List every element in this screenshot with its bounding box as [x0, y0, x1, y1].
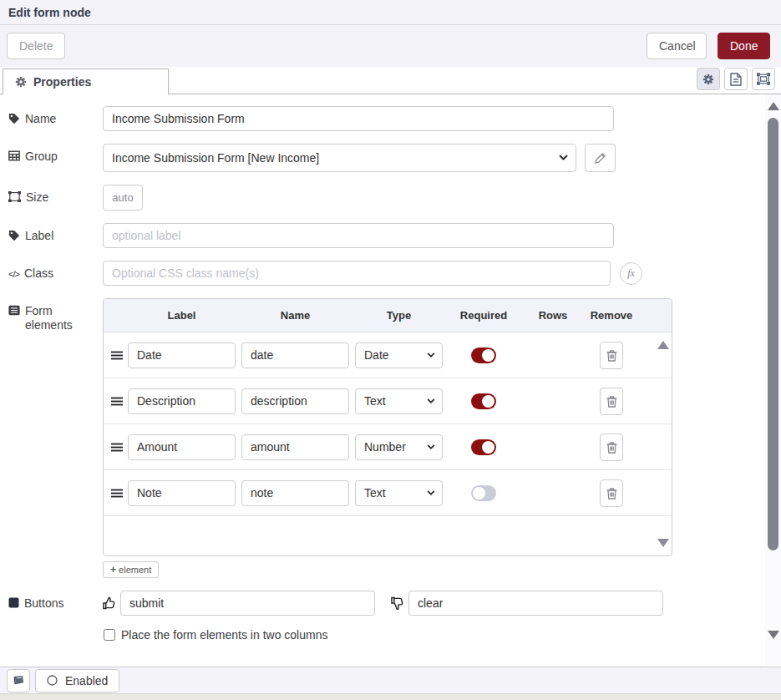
label-input[interactable] [103, 223, 614, 248]
fx-button[interactable]: fx [620, 262, 642, 285]
node-help-button[interactable] [7, 669, 30, 692]
buttons-label: Buttons [8, 591, 103, 616]
properties-panel: Name Group Income Submission Form [New I… [0, 94, 781, 667]
drag-handle-icon[interactable] [111, 397, 128, 406]
toggle-knob [482, 349, 494, 362]
tab-properties[interactable]: Properties [3, 68, 169, 94]
header-remove: Remove [581, 309, 642, 322]
table-scrollbar[interactable] [657, 337, 669, 550]
fx-icon: fx [627, 267, 635, 280]
required-toggle[interactable] [471, 439, 496, 455]
label-row: Label [8, 223, 781, 248]
element-row: Number [104, 424, 672, 470]
group-select[interactable]: Income Submission Form [New Income] [103, 144, 576, 172]
cancel-button[interactable]: Cancel [647, 33, 707, 59]
done-button[interactable]: Done [718, 33, 770, 59]
scrollbar-thumb[interactable] [768, 118, 778, 550]
header-name: Name [241, 309, 349, 322]
element-label-input[interactable] [128, 342, 236, 368]
trash-icon [606, 395, 617, 408]
dialog-action-bar: Delete Cancel Done [0, 25, 781, 67]
class-row: </> Class fx [8, 261, 781, 286]
required-toggle[interactable] [471, 347, 496, 363]
element-type-wrap: Number [355, 434, 443, 460]
appearance-tab-button[interactable] [752, 68, 775, 90]
plus-icon: + [110, 564, 116, 576]
class-input[interactable] [103, 261, 611, 286]
list-alt-icon [8, 305, 20, 316]
element-name-input[interactable] [241, 388, 349, 414]
element-row: Text [104, 470, 672, 516]
thumbs-up-icon [103, 591, 115, 616]
clear-button-input[interactable] [408, 591, 663, 616]
add-element-button[interactable]: + element [103, 561, 159, 578]
properties-gear-button[interactable] [697, 68, 720, 90]
tab-strip: Properties [0, 67, 781, 94]
scroll-down-arrow[interactable] [768, 631, 779, 639]
size-button[interactable]: auto [103, 185, 143, 211]
element-label-input[interactable] [128, 480, 236, 506]
pencil-icon [595, 153, 606, 164]
header-rows: Rows [525, 309, 581, 322]
element-type-select[interactable]: Text [355, 480, 443, 506]
drag-handle-icon[interactable] [111, 443, 128, 452]
header-label: Label [128, 309, 236, 322]
size-label: Size [8, 185, 103, 211]
enabled-label: Enabled [65, 674, 108, 687]
required-toggle[interactable] [471, 393, 496, 409]
form-elements-row: Form elements Label Name Type Required R… [8, 298, 781, 578]
drag-handle-icon[interactable] [111, 351, 128, 360]
remove-element-button[interactable] [600, 479, 623, 507]
toggle-knob [482, 441, 494, 454]
scroll-up-arrow[interactable] [657, 341, 669, 349]
tab-icon-buttons [697, 68, 775, 90]
element-name-input[interactable] [241, 342, 349, 368]
book-icon [13, 675, 25, 686]
dialog-title: Edit form node [8, 6, 91, 19]
element-row: Date [104, 332, 672, 378]
group-row: Group Income Submission Form [New Income… [8, 144, 781, 172]
remove-element-button[interactable] [600, 434, 623, 461]
description-tab-button[interactable] [724, 68, 748, 90]
tab-properties-label: Properties [33, 75, 91, 89]
object-group-icon [8, 191, 21, 202]
edit-group-button[interactable] [585, 144, 616, 172]
dialog-footer: Enabled [0, 667, 781, 693]
header-required: Required [443, 309, 525, 322]
tag-icon [8, 113, 20, 124]
element-name-input[interactable] [241, 480, 349, 506]
element-label-input[interactable] [128, 388, 236, 414]
required-toggle[interactable] [471, 485, 496, 501]
edit-form-node-dialog: Edit form node Delete Cancel Done Proper… [0, 0, 781, 700]
delete-button[interactable]: Delete [7, 33, 65, 59]
name-input[interactable] [103, 106, 614, 131]
element-type-wrap: Text [355, 388, 443, 414]
two-columns-row: Place the form elements in two columns [104, 628, 781, 642]
scroll-down-arrow[interactable] [657, 539, 669, 547]
two-columns-label: Place the form elements in two columns [121, 628, 327, 642]
size-row: Size auto [8, 185, 781, 211]
element-type-select[interactable]: Number [355, 434, 443, 460]
element-label-input[interactable] [128, 434, 236, 460]
element-type-select[interactable]: Text [355, 388, 443, 414]
remove-element-button[interactable] [600, 342, 623, 369]
toggle-knob [482, 395, 494, 408]
gear-icon [15, 76, 27, 88]
buttons-row: Buttons [8, 591, 781, 616]
remove-element-button[interactable] [600, 388, 623, 415]
gear-icon [702, 74, 714, 85]
element-name-input[interactable] [241, 434, 349, 460]
element-type-select[interactable]: Date [355, 342, 443, 368]
scroll-up-arrow[interactable] [768, 102, 779, 110]
element-type-wrap: Date [355, 342, 443, 368]
form-elements-label: Form elements [8, 298, 103, 578]
submit-button-input[interactable] [120, 591, 375, 616]
two-columns-checkbox[interactable] [104, 629, 115, 641]
element-type-wrap: Text [355, 480, 443, 506]
enabled-toggle-button[interactable]: Enabled [35, 669, 119, 692]
workspace-edge [0, 693, 781, 700]
elements-table-body: Date Text [104, 332, 672, 555]
elements-table-header: Label Name Type Required Rows Remove [104, 299, 672, 332]
panel-scrollbar[interactable] [765, 94, 781, 667]
drag-handle-icon[interactable] [111, 489, 128, 498]
